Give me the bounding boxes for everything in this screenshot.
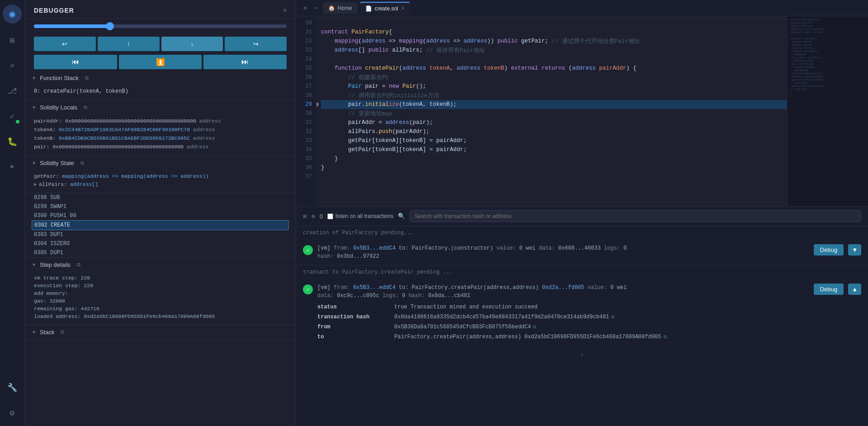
step-into-button[interactable]: ↓ [161, 37, 223, 51]
zoom-in-button[interactable]: + [301, 3, 309, 13]
step-vm-trace: vm trace step: 220 [34, 274, 287, 282]
stack-section: ▼ Stack ⧉ [25, 325, 296, 340]
slider-fill [34, 24, 110, 28]
start-button[interactable]: ⏮ [34, 55, 117, 69]
opcode-0300[interactable]: 0300 PUSH1 00 [32, 211, 289, 220]
opcodes-section: 0298 SUB 0299 SWAP1 0300 PUSH1 00 0302 C… [25, 193, 296, 258]
code-line-31: pairAddr = address(pair); [321, 118, 787, 127]
step-details-header[interactable]: ▼ Step details ⧉ [25, 258, 296, 272]
stack-title: Stack [40, 329, 55, 336]
solidity-state-header[interactable]: ▼ Solidity State ⧉ [25, 156, 296, 170]
solidity-state-copy-icon[interactable]: ⧉ [80, 160, 84, 166]
solidity-locals-copy-icon[interactable]: ⧉ [84, 104, 87, 110]
opcode-0304[interactable]: 0304 ISZERO [32, 239, 289, 248]
sidebar-icon-debug[interactable]: 🐛 [4, 133, 21, 150]
jump-out-button[interactable]: ⏫ [119, 55, 202, 69]
tx-item-2-text: [vm] from: 0x5B3...eddC4 to: PairFactory… [317, 284, 809, 300]
line-num-33: 33 [296, 136, 316, 145]
sidebar-icon-git[interactable]: ⎇ [4, 82, 21, 99]
debugger-header: DEBUGGER ≡ [25, 0, 296, 19]
search-icon-tx: 🔍 [398, 213, 405, 220]
collapse-icon[interactable]: ⊞ [303, 213, 307, 220]
code-line-23: address[] public allPairs; // 保存所有Pair地址 [321, 46, 787, 55]
solidity-state-title: Solidity State [40, 160, 74, 166]
function-stack-chevron: ▼ [32, 76, 36, 80]
tx-pending-creation: creation of PairFactory pending... [296, 226, 868, 240]
step-details-copy-icon[interactable]: ⧉ [77, 262, 80, 268]
zoom-out-button[interactable]: − [311, 3, 320, 13]
opcode-0302[interactable]: 0302 CREATE [32, 220, 289, 230]
function-stack-header[interactable]: ▼ Function Stack ⧉ [25, 71, 296, 85]
sidebar-icon-settings[interactable]: ⚙ [4, 404, 21, 421]
chevron-button-1[interactable]: ▼ [848, 244, 861, 256]
tab-create-sol[interactable]: 📄 create.sol ✕ [360, 2, 410, 14]
code-line-33: getPair[tokenA][tokenB] = pairAddr; [321, 136, 787, 145]
to-copy-icon[interactable]: ⧉ [664, 335, 667, 340]
step-execution: execution step: 220 [34, 282, 287, 289]
sidebar-icon-deploy[interactable]: ➤ [4, 158, 21, 175]
function-stack-content: 0: createPair(tokenA, tokenB) [25, 85, 296, 100]
check-icon: ✓ [10, 111, 15, 121]
listen-checkbox[interactable] [327, 213, 333, 219]
progress-track[interactable] [34, 24, 287, 28]
slider-thumb[interactable] [106, 22, 114, 30]
tx-count: 0 [320, 213, 323, 220]
hash-value: 0x0da4198616a9335d2dcb4cd57ba49e8843317a… [394, 314, 614, 320]
state-all-pairs: ▶allPairs: address[] [34, 180, 287, 188]
opcode-0305[interactable]: 0305 DUP1 [32, 248, 289, 257]
debug-button-1[interactable]: Debug [814, 244, 844, 256]
step-over-back-button[interactable]: ↑ [98, 37, 160, 51]
opcode-0303[interactable]: 0303 DUP1 [32, 230, 289, 239]
solidity-locals-header[interactable]: ▼ Solidity Locals ⧉ [25, 100, 296, 114]
home-logo-icon: ◉ [9, 8, 15, 20]
settings-icon: ⚙ [10, 408, 15, 418]
function-stack-copy-icon[interactable]: ⧉ [85, 75, 89, 81]
function-stack-section: ▼ Function Stack ⧉ 0: createPair(tokenA,… [25, 71, 296, 100]
sidebar-icon-files[interactable]: ⊞ [4, 32, 21, 49]
stack-copy-icon[interactable]: ⧉ [61, 329, 64, 335]
code-line-27: Pair pair = new Pair(); [321, 82, 787, 91]
line-num-30: 30 [296, 109, 316, 118]
tx-status-success-2: ✓ [303, 284, 313, 294]
tx-status-success-1: ✓ [303, 245, 313, 255]
tab-close-icon[interactable]: ✕ [401, 6, 405, 11]
debugger-panel: DEBUGGER ≡ ↩ ↑ ↓ ↪ ⏮ ⏫ ⏭ ▼ Function Stac… [25, 0, 296, 426]
line-num-24: 24 [296, 55, 316, 64]
debug-button-2[interactable]: Debug [814, 284, 844, 295]
tx-pending-create-pair: transact to PairFactory.createPair pendi… [296, 265, 868, 279]
to-label: to [317, 334, 385, 340]
forward-button[interactable]: ↪ [225, 37, 287, 51]
local-pair: pair: 0x00000000000000000000000000000000… [34, 142, 287, 151]
tab-home[interactable]: 🏠 Home [323, 2, 358, 14]
from-copy-icon[interactable]: ⧉ [533, 325, 536, 330]
opcode-0299[interactable]: 0299 SWAP1 [32, 202, 289, 211]
sidebar-icon-home[interactable]: ◉ [3, 5, 22, 24]
controls-row-1: ↩ ↑ ↓ ↪ [25, 35, 296, 53]
listen-label: listen on all transactions [335, 213, 393, 219]
tx-search-input[interactable] [410, 210, 861, 222]
bottom-expander[interactable]: › [296, 349, 868, 360]
code-editor: 20 21 22 23 24 25 26 27 28 29 30 31 32 3… [296, 16, 868, 206]
chevron-button-2[interactable]: ▲ [848, 284, 861, 295]
code-lines: contract PairFactory{ mapping(address =>… [316, 16, 787, 206]
line-num-29: 29 [296, 100, 316, 109]
sidebar-icon-wrench[interactable]: 🔧 [4, 379, 21, 396]
opcode-0298[interactable]: 0298 SUB [32, 193, 289, 202]
stack-header[interactable]: ▼ Stack ⧉ [25, 325, 296, 339]
tx-detail-status-row: status true Transaction mined and execut… [317, 302, 861, 312]
stack-chevron: ▼ [32, 330, 36, 335]
code-line-29: pair.initialize(tokenA, tokenB); [321, 100, 787, 109]
end-button[interactable]: ⏭ [203, 55, 287, 69]
listen-checkbox-label[interactable]: listen on all transactions [327, 213, 393, 219]
sidebar-icon-check[interactable]: ✓ [4, 108, 21, 125]
code-line-22: mapping(address => mapping(address => ad… [321, 37, 787, 46]
panel-menu-icon[interactable]: ≡ [283, 7, 287, 14]
stop-icon[interactable]: ⊗ [311, 213, 315, 220]
sidebar-icon-search[interactable]: ⌕ [4, 57, 21, 74]
home-tab-label: Home [338, 5, 352, 11]
mini-preview: contract PairFactory{ mapping(address=> … [787, 16, 868, 206]
back-button[interactable]: ↩ [34, 37, 96, 51]
line-num-34: 34 [296, 145, 316, 154]
hash-copy-icon[interactable]: ⧉ [611, 315, 614, 320]
line-num-31: 31 [296, 118, 316, 127]
